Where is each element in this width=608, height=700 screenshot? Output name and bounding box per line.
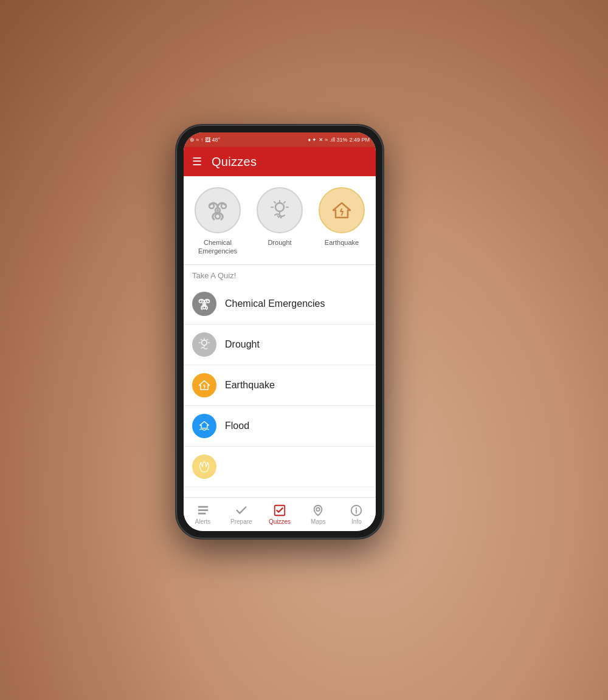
maps-icon	[311, 504, 325, 517]
svg-line-10	[274, 202, 275, 203]
flood-icon-list	[198, 419, 211, 433]
card-label-drought: Drought	[268, 238, 291, 247]
svg-point-17	[203, 306, 206, 309]
biohazard-icon-card	[207, 199, 229, 221]
nav-item-alerts[interactable]: Alerts	[184, 500, 222, 529]
quiz-icon-earthquake	[192, 373, 216, 397]
nav-item-info[interactable]: Info	[337, 500, 376, 529]
status-icons-left: ⊕ ≈ ↑ 🖼 48°	[190, 137, 220, 143]
app-title: Quizzes	[212, 155, 257, 169]
card-chemical[interactable]: Chemical Emergencies	[191, 187, 244, 256]
biohazard-icon-list	[198, 297, 211, 311]
quiz-label-drought: Drought	[225, 339, 260, 350]
quizzes-icon	[273, 504, 286, 517]
alerts-icon	[196, 504, 210, 517]
quiz-item-chemical[interactable]: Chemical Emergencies	[184, 284, 376, 324]
status-icons-right: ♦ ✦ ✕ ≈ .ıll 31%	[308, 137, 347, 143]
svg-point-3	[221, 204, 226, 208]
quiz-item-earthquake[interactable]: Earthquake	[184, 365, 376, 406]
svg-point-15	[199, 300, 202, 303]
svg-rect-28	[198, 509, 208, 511]
nav-label-quizzes: Quizzes	[269, 518, 291, 525]
quiz-list: Chemical Emergencies	[184, 284, 376, 487]
card-circle-drought	[257, 187, 303, 233]
nav-label-prepare: Prepare	[230, 518, 252, 525]
svg-rect-27	[198, 506, 208, 508]
card-circle-earthquake	[319, 187, 365, 233]
phone-screen: ⊕ ≈ ↑ 🖼 48° ♦ ✦ ✕ ≈ .ıll 31% 2:49 PM ☰ Q…	[184, 132, 376, 531]
svg-point-1	[216, 209, 219, 211]
svg-rect-29	[198, 513, 206, 515]
card-label-earthquake: Earthquake	[325, 238, 359, 247]
main-content: Chemical Emergencies	[184, 176, 376, 497]
svg-line-23	[201, 339, 202, 340]
quiz-label-earthquake: Earthquake	[225, 380, 275, 391]
nav-item-prepare[interactable]: Prepare	[222, 500, 260, 529]
svg-point-18	[202, 340, 207, 345]
quiz-label-chemical: Chemical Emergencies	[225, 298, 325, 309]
quiz-icon-flood	[192, 414, 216, 438]
status-time: 2:49 PM	[349, 137, 370, 143]
quiz-icon-wildfire	[192, 455, 216, 479]
card-circle-chemical	[195, 187, 241, 233]
quiz-section: Take A Quiz!	[184, 265, 376, 497]
status-right: ♦ ✦ ✕ ≈ .ıll 31% 2:49 PM	[308, 137, 370, 143]
wildfire-icon-list	[198, 460, 211, 473]
earthquake-icon-card	[331, 199, 353, 221]
menu-icon[interactable]: ☰	[192, 156, 202, 167]
svg-point-31	[316, 507, 320, 511]
cards-carousel: Chemical Emergencies	[184, 176, 376, 264]
drought-icon-card	[269, 199, 291, 221]
card-label-chemical: Chemical Emergencies	[191, 238, 244, 256]
info-icon	[350, 504, 363, 517]
card-drought[interactable]: Drought	[253, 187, 306, 256]
nav-label-maps: Maps	[311, 518, 325, 525]
nav-label-info: Info	[351, 518, 362, 525]
quiz-item-drought[interactable]: Drought	[184, 324, 376, 365]
card-earthquake[interactable]: Earthquake	[315, 187, 368, 256]
drought-icon-list	[198, 338, 211, 351]
quiz-icon-drought	[192, 332, 216, 357]
svg-point-2	[209, 204, 214, 208]
svg-marker-26	[200, 421, 209, 428]
quiz-item-flood[interactable]: Flood	[184, 406, 376, 447]
quiz-label-flood: Flood	[225, 420, 249, 431]
status-bar: ⊕ ≈ ↑ 🖼 48° ♦ ✦ ✕ ≈ .ıll 31% 2:49 PM	[184, 132, 376, 147]
scene: ⊕ ≈ ↑ 🖼 48° ♦ ✦ ✕ ≈ .ıll 31% 2:49 PM ☰ Q…	[0, 0, 608, 700]
status-left: ⊕ ≈ ↑ 🖼 48°	[190, 137, 220, 143]
nav-item-maps[interactable]: Maps	[299, 500, 337, 529]
app-bar: ☰ Quizzes	[184, 147, 376, 176]
nav-item-quizzes[interactable]: Quizzes	[260, 500, 299, 529]
nav-label-alerts: Alerts	[195, 518, 211, 525]
prepare-icon	[235, 504, 248, 517]
bottom-nav: Alerts Prepare Quizzes	[184, 497, 376, 531]
svg-line-24	[207, 339, 207, 340]
svg-point-16	[207, 300, 210, 303]
phone-frame: ⊕ ≈ ↑ 🖼 48° ♦ ✦ ✕ ≈ .ıll 31% 2:49 PM ☰ Q…	[176, 125, 383, 538]
quiz-icon-chemical	[192, 292, 216, 316]
quiz-section-header: Take A Quiz!	[184, 265, 376, 284]
svg-point-4	[215, 214, 220, 219]
svg-line-11	[284, 202, 285, 203]
earthquake-icon-list	[198, 379, 211, 392]
svg-point-5	[275, 203, 284, 211]
quiz-item-wildfire[interactable]	[184, 447, 376, 487]
svg-point-14	[204, 303, 205, 304]
